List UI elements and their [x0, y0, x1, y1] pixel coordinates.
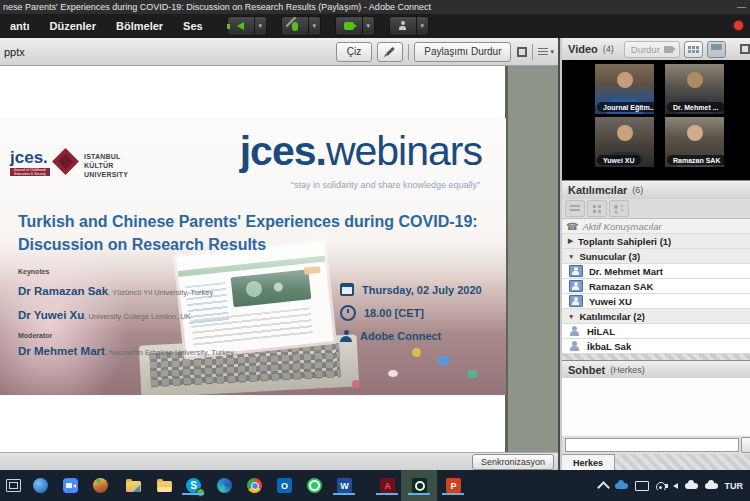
whatsapp-icon [307, 478, 322, 493]
participants-grid-view-button[interactable] [587, 200, 607, 217]
tray-chevron-up-icon[interactable] [599, 480, 608, 492]
taskbar-outlook[interactable]: O [275, 476, 294, 495]
taskbar-adobe-connect[interactable] [410, 476, 429, 495]
taskbar-acrobat[interactable]: A [378, 476, 397, 495]
clock-icon [340, 305, 356, 321]
participants-pod: Katılımcılar (6) ☎ Aktif Konuşmacılar ▶ … [562, 180, 750, 360]
microphone-dropdown[interactable]: ▾ [309, 16, 321, 36]
participant-row[interactable]: Dr. Mehmet Mart [562, 264, 750, 279]
presenters-group-row[interactable]: ▼ Sunucular (3) [562, 249, 750, 264]
menu-bolmeler[interactable]: Bölmeler [106, 14, 173, 38]
video-grid-view-button[interactable] [684, 41, 703, 58]
language-indicator[interactable]: TUR [725, 481, 744, 491]
video-pod: Video (4) Durdur Journal Eğitm... Dr. Me… [562, 38, 750, 180]
menu-ses[interactable]: Ses [173, 14, 213, 38]
participant-row[interactable]: Ramazan SAK [562, 279, 750, 294]
webcam-face [687, 72, 703, 88]
stop-sharing-button[interactable]: Paylaşımı Durdur [414, 42, 511, 62]
video-count: (4) [603, 44, 614, 54]
active-speakers-row: ☎ Aktif Konuşmacılar [562, 219, 750, 234]
open-app-indicator [182, 493, 204, 495]
video-filmstrip-view-button[interactable] [707, 41, 726, 58]
chat-scope: (Herkes) [610, 365, 645, 375]
speaker-button[interactable] [227, 16, 255, 36]
divider [532, 44, 533, 60]
status-view-icon [614, 205, 618, 209]
webinar-heading: Turkish and Chinese Parents' Experiences… [18, 210, 478, 256]
status-dropdown[interactable]: ▾ [417, 16, 429, 36]
moderator: Dr Mehmet Mart, Necmettin Erbakan Univer… [18, 341, 234, 359]
attendees-group-row[interactable]: ▼ Katılımcılar (2) [562, 309, 750, 324]
event-time-row: 18.00 [CET] [340, 305, 482, 321]
minimize-button[interactable]: — [737, 0, 746, 14]
phone-icon: ☎ [566, 221, 578, 232]
video-fullscreen-icon[interactable] [740, 44, 750, 54]
pointer-pen-button[interactable] [377, 42, 403, 62]
participant-row[interactable]: HİLAL [562, 324, 750, 339]
chat-send-button[interactable] [741, 437, 750, 453]
webinar-brand-title: jces.webinars [240, 128, 482, 175]
taskbar-zoom[interactable] [61, 476, 80, 495]
webcam-small-icon [664, 46, 673, 53]
draw-button[interactable]: Çiz [336, 42, 372, 62]
share-pod-content: jces. Journal of Childhood, Education & … [0, 66, 558, 452]
microphone-muted-icon [292, 22, 298, 31]
video-stop-button[interactable]: Durdur [624, 41, 680, 58]
event-platform-row: Adobe Connect [340, 330, 482, 342]
cloud-sync-icon[interactable] [685, 483, 698, 489]
taskbar-file-explorer[interactable] [155, 476, 174, 495]
task-view-button[interactable] [4, 476, 23, 495]
presenter-icon [569, 295, 583, 307]
webcam-dropdown[interactable]: ▾ [363, 16, 375, 36]
taskbar-webex[interactable] [31, 476, 50, 495]
display-cast-icon[interactable] [635, 481, 649, 491]
webcam-button[interactable] [335, 16, 363, 36]
raise-hand-status-icon [399, 23, 406, 30]
participant-row[interactable]: İkbaL Sak [562, 339, 750, 354]
keynote-2: Dr Yuwei Xu, University College London, … [18, 305, 234, 323]
hosts-group-row[interactable]: ▶ Toplantı Sahipleri (1) [562, 234, 750, 249]
taskbar-app[interactable] [91, 476, 110, 495]
participant-row[interactable]: Yuwei XU [562, 294, 750, 309]
participants-status-view-button[interactable] [609, 200, 629, 217]
zoom-icon [63, 478, 78, 493]
webcam-name-label: Ramazan SAK [667, 155, 724, 165]
taskbar-word[interactable]: W [335, 476, 354, 495]
menu-duzenler[interactable]: Düzenler [40, 14, 106, 38]
sync-button[interactable]: Senkronizasyon [472, 454, 554, 470]
taskbar-skype[interactable]: S [184, 476, 203, 495]
adobe-connect-icon [412, 478, 427, 493]
chat-input-row [562, 436, 750, 454]
windows-taskbar: S O W A P TUR [0, 470, 750, 501]
status-button[interactable] [389, 16, 417, 36]
taskbar-chrome[interactable] [245, 476, 264, 495]
list-view-icon [570, 205, 580, 213]
chat-input[interactable] [565, 438, 739, 452]
chat-pod: Sohbet (Herkes) Herkes [562, 360, 750, 471]
taskbar-edge[interactable] [215, 476, 234, 495]
cloud-sync-icon[interactable] [705, 483, 718, 489]
chat-message-area [562, 378, 750, 437]
pod-menu-icon [538, 48, 548, 55]
participants-pod-header: Katılımcılar (6) [562, 181, 750, 200]
onedrive-icon[interactable] [615, 483, 628, 489]
speakers-block: Keynotes Dr Ramazan Sak, Yüzüncü Yıl Uni… [18, 268, 234, 359]
video-pod-body: Journal Eğitm... Dr. Mehmet ... Yuwei XU… [562, 60, 750, 180]
fullscreen-icon[interactable] [517, 47, 527, 57]
taskbar-documents-folder[interactable] [124, 476, 143, 495]
participants-list-view-button[interactable] [565, 200, 585, 217]
taskbar-powerpoint[interactable]: P [444, 476, 463, 495]
microphone-muted-button[interactable] [281, 16, 309, 36]
jces-logo: jces. [10, 150, 48, 165]
chrome-icon [247, 478, 262, 493]
event-details: Thursday, 02 July 2020 18.00 [CET] Adobe… [340, 283, 482, 351]
speaker-dropdown[interactable]: ▾ [255, 16, 267, 36]
volume-icon[interactable] [673, 483, 678, 489]
share-pod-menu-button[interactable]: ▾ [538, 48, 554, 56]
jces-logo-subtitle: Journal of Childhood, Education & Societ… [10, 168, 50, 176]
taskbar-whatsapp[interactable] [305, 476, 324, 495]
menu-toplanti[interactable]: antı [0, 14, 40, 38]
participants-pod-title: Katılımcılar [568, 184, 627, 196]
participants-count: (6) [632, 185, 643, 195]
powerpoint-icon: P [446, 478, 461, 493]
